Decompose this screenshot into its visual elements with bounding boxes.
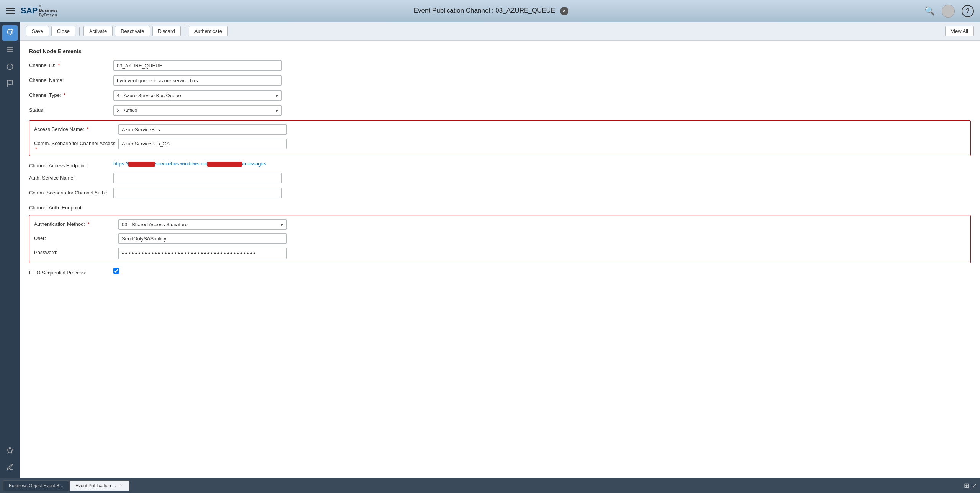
sidebar-item-star[interactable]: [2, 442, 18, 458]
status-control: 2 - Active ▼: [113, 105, 282, 116]
toolbar-separator-1: [79, 27, 80, 36]
channel-type-select[interactable]: 4 - Azure Service Bus Queue: [113, 90, 282, 101]
fifo-control: [113, 268, 282, 275]
channel-type-control: 4 - Azure Service Bus Queue ▼: [113, 90, 282, 101]
auth-service-name-control: [113, 173, 282, 183]
channel-auth-endpoint-label: Channel Auth. Endpoint:: [29, 203, 113, 211]
required-star-access: *: [87, 126, 88, 132]
channel-id-control: [113, 60, 282, 71]
channel-access-endpoint-row: Channel Access Endpoint: https://service…: [29, 161, 971, 168]
access-service-name-label: Access Service Name: *: [34, 124, 118, 132]
password-label: Password:: [34, 248, 118, 255]
required-star-type: *: [64, 92, 65, 98]
sap-logo: SAP ® Business ByDesign: [21, 5, 58, 17]
app-shell: Save Close Activate Deactivate Discard A…: [0, 22, 980, 478]
sidebar-item-edit[interactable]: [2, 459, 18, 475]
toolbar-separator-2: [185, 27, 185, 36]
comm-scenario-auth-row: Comm. Scenario for Channel Auth.:: [29, 188, 971, 198]
tab-event-publication[interactable]: Event Publication ... ✕: [70, 480, 129, 491]
redacted-2: [207, 162, 242, 167]
user-avatar[interactable]: [942, 5, 955, 18]
activate-button[interactable]: Activate: [83, 26, 113, 36]
tab-bar-expand-icon[interactable]: ⤢: [972, 482, 977, 489]
comm-scenario-auth-label: Comm. Scenario for Channel Auth.:: [29, 188, 113, 196]
auth-service-name-input[interactable]: [113, 173, 282, 183]
channel-access-endpoint-control: https://servicebus.windows.net/messages: [113, 161, 282, 167]
comm-scenario-access-row: Comm. Scenario for Channel Access: *: [34, 139, 966, 152]
authenticate-button[interactable]: Authenticate: [189, 26, 228, 36]
status-label: Status:: [29, 105, 113, 113]
fifo-label: FIFO Sequential Process:: [29, 268, 113, 276]
status-select[interactable]: 2 - Active: [113, 105, 282, 116]
user-row: User:: [34, 233, 966, 244]
main-content: Save Close Activate Deactivate Discard A…: [20, 22, 980, 478]
tab-bar-right: ⊞ ⤢: [964, 482, 977, 489]
channel-name-row: Channel Name:: [29, 75, 971, 86]
channel-id-input[interactable]: [113, 60, 282, 71]
view-all-button[interactable]: View All: [945, 26, 974, 36]
required-star-comm: *: [35, 146, 37, 152]
tab-close-button[interactable]: ✕: [118, 483, 124, 488]
auth-service-name-row: Auth. Service Name:: [29, 173, 971, 183]
comm-scenario-access-label: Comm. Scenario for Channel Access: *: [34, 139, 118, 152]
channel-access-endpoint-link[interactable]: https://servicebus.windows.net/messages: [113, 161, 266, 167]
required-star-auth: *: [88, 221, 90, 227]
help-icon[interactable]: ?: [962, 5, 974, 17]
header-close-button[interactable]: ✕: [560, 7, 568, 15]
user-label: User:: [34, 233, 118, 241]
comm-scenario-auth-input[interactable]: [113, 188, 282, 198]
tab-business-object-label: Business Object Event B...: [9, 483, 63, 488]
form-area: Root Node Elements Channel ID: * Channel…: [20, 41, 980, 478]
sidebar-item-clock[interactable]: [2, 59, 18, 74]
access-service-name-input[interactable]: [118, 124, 287, 135]
bydesign-text: ® Business ByDesign: [39, 5, 58, 17]
page-title: Event Publication Channel : 03_AZURE_QUE…: [58, 7, 924, 15]
header-right-icons: 🔍 ?: [924, 5, 974, 18]
auth-method-select[interactable]: 03 - Shared Access Signature: [118, 219, 287, 230]
tab-bar: Business Object Event B... Event Publica…: [0, 478, 980, 493]
auth-method-label: Authentication Method: *: [34, 219, 118, 227]
channel-name-input[interactable]: [113, 75, 282, 86]
tab-business-object[interactable]: Business Object Event B...: [3, 480, 69, 491]
tab-bar-grid-icon[interactable]: ⊞: [964, 482, 969, 489]
password-control: [118, 248, 287, 259]
comm-scenario-access-input[interactable]: [118, 139, 287, 149]
channel-access-endpoint-label: Channel Access Endpoint:: [29, 161, 113, 168]
auth-method-control: 03 - Shared Access Signature ▼: [118, 219, 287, 230]
comm-scenario-access-control: [118, 139, 287, 149]
svg-marker-5: [7, 447, 13, 453]
sidebar-item-puzzle[interactable]: [2, 25, 18, 41]
user-control: [118, 233, 287, 244]
channel-type-row: Channel Type: * 4 - Azure Service Bus Qu…: [29, 90, 971, 101]
channel-name-label: Channel Name:: [29, 75, 113, 83]
toolbar-right: View All: [945, 26, 974, 36]
close-button[interactable]: Close: [51, 26, 75, 36]
deactivate-button[interactable]: Deactivate: [115, 26, 150, 36]
hamburger-menu[interactable]: [6, 8, 15, 14]
channel-auth-endpoint-row: Channel Auth. Endpoint:: [29, 203, 971, 211]
sidebar-item-flag[interactable]: [2, 76, 18, 91]
comm-scenario-auth-control: [113, 188, 282, 198]
password-input[interactable]: [118, 248, 287, 259]
search-icon[interactable]: 🔍: [924, 6, 935, 16]
tab-event-publication-label: Event Publication ...: [75, 483, 116, 488]
redacted-1: [128, 162, 155, 167]
fifo-checkbox[interactable]: [113, 268, 119, 274]
sidebar: [0, 22, 20, 478]
header-title-text: Event Publication Channel : 03_AZURE_QUE…: [414, 7, 555, 14]
status-row: Status: 2 - Active ▼: [29, 105, 971, 116]
fifo-row: FIFO Sequential Process:: [29, 268, 971, 276]
channel-id-label: Channel ID: *: [29, 60, 113, 68]
auth-service-name-label: Auth. Service Name:: [29, 173, 113, 181]
access-group-box: Access Service Name: * Comm. Scenario fo…: [29, 120, 971, 156]
sidebar-item-list[interactable]: [2, 42, 18, 57]
access-service-name-row: Access Service Name: *: [34, 124, 966, 135]
auth-method-row: Authentication Method: * 03 - Shared Acc…: [34, 219, 966, 230]
discard-button[interactable]: Discard: [152, 26, 181, 36]
user-input[interactable]: [118, 233, 287, 244]
channel-name-control: [113, 75, 282, 86]
top-header: SAP ® Business ByDesign Event Publicatio…: [0, 0, 980, 22]
password-row: Password:: [34, 248, 966, 259]
required-star: *: [58, 62, 60, 68]
save-button[interactable]: Save: [26, 26, 49, 36]
